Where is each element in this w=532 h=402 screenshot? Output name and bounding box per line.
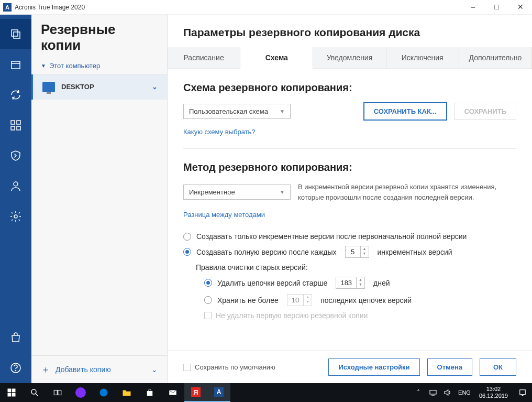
taskbar-app-yandex-red[interactable]: Я <box>184 383 207 402</box>
minimize-button[interactable]: – <box>461 0 485 15</box>
taskbar-app-acronis[interactable]: A <box>207 383 230 402</box>
nav-protection-icon[interactable] <box>0 140 31 171</box>
close-button[interactable]: ✕ <box>508 0 532 15</box>
nav-sync-icon[interactable] <box>0 80 31 110</box>
app-icon: A <box>3 3 12 12</box>
svg-rect-0 <box>12 30 18 36</box>
age-days-input[interactable]: 183 ▲▼ <box>336 277 365 289</box>
spinner[interactable]: ▲▼ <box>356 277 364 288</box>
svg-rect-1 <box>14 32 20 38</box>
tabs: Расписание Схема Уведомления Исключения … <box>168 47 532 69</box>
svg-point-8 <box>14 182 18 186</box>
checkbox-no-delete-first[interactable]: Не удалять первую версию резервной копии <box>183 311 516 320</box>
svg-point-9 <box>14 215 17 218</box>
radio-label-prefix: Хранить не более <box>217 296 279 305</box>
radio-icon <box>183 248 191 256</box>
caret-down-icon: ▼ <box>280 189 285 195</box>
nav-dashboard-icon[interactable] <box>0 110 31 140</box>
spinner[interactable]: ▲▼ <box>360 246 369 257</box>
nav-backup-icon[interactable] <box>0 19 31 49</box>
cancel-button[interactable]: Отмена <box>427 358 472 376</box>
radio-icon <box>183 233 191 241</box>
sidebar-filter[interactable]: ▼ Этот компьютер <box>31 58 167 74</box>
tray-network-icon[interactable] <box>426 383 440 402</box>
content-area: Параметры резервного копирования диска Р… <box>168 15 532 383</box>
tab-exclusions[interactable]: Исключения <box>386 47 459 69</box>
svg-line-17 <box>36 394 38 396</box>
nav-settings-icon[interactable] <box>0 201 31 232</box>
tab-schedule[interactable]: Расписание <box>168 47 240 69</box>
cleanup-heading: Правила очистки старых версий: <box>183 263 516 271</box>
taskbar-clock[interactable]: 13:02 06.12.2019 <box>474 386 513 399</box>
input-value: 5 <box>346 246 360 257</box>
page-title: Параметры резервного копирования диска <box>168 15 532 47</box>
taskview-icon[interactable] <box>46 383 69 402</box>
svg-point-20 <box>100 389 108 397</box>
search-icon[interactable] <box>23 383 46 402</box>
sidebar-item-desktop[interactable]: DESKTOP ⌄ <box>31 74 167 100</box>
scheme-select[interactable]: Пользовательская схема ▼ <box>183 104 291 119</box>
save-button[interactable]: СОХРАНИТЬ <box>455 103 516 120</box>
svg-rect-2 <box>12 61 20 69</box>
svg-rect-12 <box>8 389 12 393</box>
spinner[interactable]: ▲▼ <box>303 295 312 306</box>
taskbar-app-edge[interactable] <box>92 383 115 402</box>
tab-notifications[interactable]: Уведомления <box>313 47 386 69</box>
maximize-button[interactable]: □ <box>485 0 508 15</box>
radio-icon <box>204 296 212 304</box>
monitor-icon <box>42 82 55 92</box>
taskbar-app-store[interactable] <box>138 383 161 402</box>
svg-rect-14 <box>8 393 12 397</box>
reset-button[interactable]: Исходные настройки <box>328 358 419 376</box>
svg-rect-15 <box>12 393 16 397</box>
nav-account-icon[interactable] <box>0 171 31 201</box>
nav-store-icon[interactable] <box>0 322 31 353</box>
svg-rect-6 <box>11 126 15 130</box>
taskbar-app-yandex[interactable] <box>69 383 92 402</box>
tab-advanced[interactable]: Дополнительно <box>459 47 532 69</box>
full-count-input[interactable]: 5 ▲▼ <box>345 246 369 258</box>
window-controls: – □ ✕ <box>461 0 532 15</box>
tray-up-icon[interactable]: ˄ <box>411 383 426 402</box>
save-default-checkbox[interactable]: Сохранить по умолчанию <box>183 363 275 371</box>
taskbar-app-explorer[interactable] <box>115 383 138 402</box>
svg-rect-5 <box>17 121 20 124</box>
caret-down-icon: ▼ <box>280 108 285 114</box>
nav-archive-icon[interactable] <box>0 49 31 80</box>
ok-button[interactable]: ОК <box>480 358 516 376</box>
nav-rail <box>0 15 31 383</box>
nav-help-icon[interactable] <box>0 353 31 383</box>
radio-cleanup-age[interactable]: Удалить цепочки версий старше 183 ▲▼ дне… <box>183 277 516 289</box>
tray-notifications-icon[interactable] <box>513 383 532 402</box>
scheme-heading: Схема резервного копирования: <box>183 82 516 94</box>
radio-cleanup-keep[interactable]: Хранить не более 10 ▲▼ последних цепочек… <box>183 294 516 306</box>
method-diff-link[interactable]: Разница между методами <box>183 211 265 219</box>
clock-time: 13:02 <box>479 386 508 393</box>
svg-point-11 <box>16 371 16 371</box>
svg-rect-24 <box>520 390 526 395</box>
caret-down-icon: ▼ <box>41 63 46 69</box>
scheme-help-link[interactable]: Какую схему выбрать? <box>183 128 516 136</box>
chevron-down-icon: ⌄ <box>152 83 158 91</box>
keep-chains-input[interactable]: 10 ▲▼ <box>287 294 312 306</box>
radio-label-suffix: дней <box>373 279 390 287</box>
svg-rect-13 <box>12 389 16 393</box>
tab-scheme[interactable]: Схема <box>240 47 313 69</box>
tray-volume-icon[interactable] <box>440 383 455 402</box>
sidebar-add-backup[interactable]: ＋ Добавить копию ⌄ <box>31 355 167 383</box>
taskbar-app-mail[interactable] <box>161 383 184 402</box>
radio-incremental-only[interactable]: Создавать только инкрементные версии пос… <box>183 232 516 241</box>
save-as-button[interactable]: СОХРАНИТЬ КАК... <box>363 102 447 121</box>
start-button[interactable] <box>0 383 23 402</box>
chevron-down-icon: ⌄ <box>151 365 158 374</box>
radio-icon <box>204 279 212 287</box>
svg-rect-7 <box>17 126 20 130</box>
method-select[interactable]: Инкрементное ▼ <box>183 184 291 200</box>
radio-label-suffix: инкрементных версий <box>378 248 452 256</box>
checkbox-icon <box>183 364 191 371</box>
radio-full-after[interactable]: Создавать полную версию после каждых 5 ▲… <box>183 246 516 258</box>
plus-icon: ＋ <box>41 363 50 376</box>
method-description: В инкрементной версии резервной копии хр… <box>298 182 516 202</box>
tray-language[interactable]: ENG <box>455 389 474 396</box>
svg-rect-19 <box>58 390 61 395</box>
